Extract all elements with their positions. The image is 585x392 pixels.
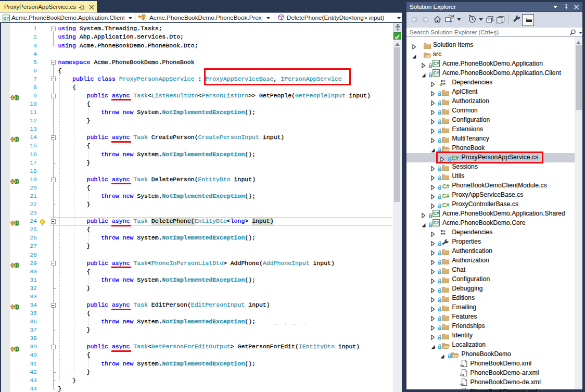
svg-text:C#: C#: [442, 193, 449, 199]
svg-text:C#: C#: [433, 211, 439, 216]
svg-text:C#: C#: [433, 71, 439, 75]
svg-text:C#: C#: [442, 202, 449, 208]
svg-text:C#: C#: [4, 16, 9, 21]
svg-text:C#: C#: [433, 221, 439, 225]
svg-text:C#: C#: [442, 183, 449, 189]
svg-text:C#: C#: [433, 61, 439, 66]
